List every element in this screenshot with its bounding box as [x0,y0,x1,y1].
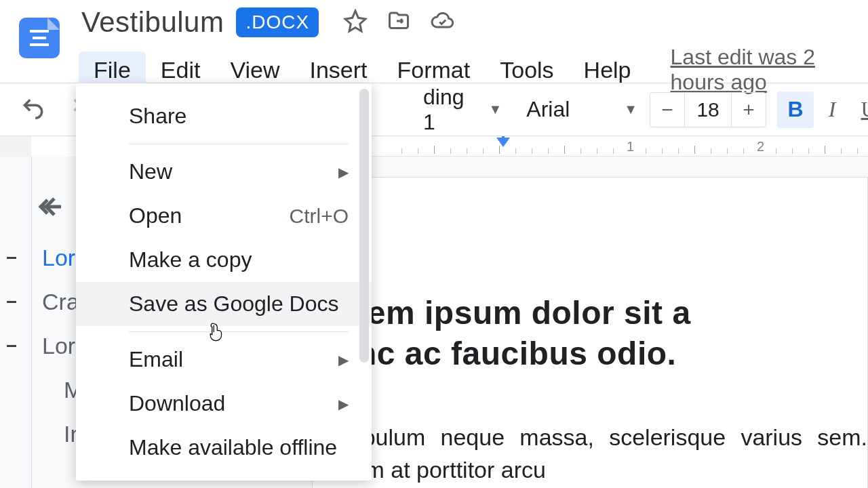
menu-item-label: Email [129,347,183,372]
mouse-cursor-icon [208,322,225,345]
move-icon[interactable] [387,9,411,36]
outline-item[interactable]: Lor [20,245,83,271]
submenu-arrow-icon: ▶ [338,396,349,412]
menu-available-offline[interactable]: Make available offline [76,426,372,470]
document-title[interactable]: Vestibulum [81,6,224,39]
outline-item[interactable]: Lor [20,333,83,359]
menu-item-label: Share [129,104,186,129]
outline-item-label: Lor [42,245,75,270]
underline-button[interactable]: U [850,92,868,128]
menu-item-label: Make a copy [129,247,252,272]
menu-new[interactable]: New ▶ [76,150,372,194]
chevron-down-icon: ▼ [489,102,502,117]
cloud-saved-icon[interactable] [430,9,454,36]
font-size-decrease[interactable]: − [650,98,684,121]
body-paragraph[interactable]: Vestibulum neque massa, scelerisque vari… [313,422,867,486]
dropdown-scrollbar[interactable] [359,89,369,363]
horizontal-ruler[interactable]: 1 2 [363,136,868,157]
paragraph-style-label: ding 1 [423,85,465,135]
ruler-number: 1 [627,139,634,155]
bold-button[interactable]: B [777,92,814,128]
menu-item-label: Open [129,203,182,228]
menu-share[interactable]: Share [76,94,372,138]
indent-marker-icon[interactable] [496,138,510,147]
submenu-arrow-icon: ▶ [338,164,349,180]
document-page[interactable]: Lorem ipsum dolor sit aNunc ac faucibus … [312,177,868,488]
font-size-value[interactable]: 18 [684,93,732,127]
heading-1[interactable]: Lorem ipsum dolor sit aNunc ac faucibus … [313,293,867,374]
outline-item-label: Lor [42,333,75,359]
menu-make-copy[interactable]: Make a copy [76,238,372,282]
menu-item-label: Download [129,391,225,416]
menu-item-label: New [129,159,172,184]
font-select[interactable]: Arial ▼ [526,97,637,122]
menu-open[interactable]: Open Ctrl+O [76,194,372,238]
font-size-increase[interactable]: + [732,98,766,121]
submenu-arrow-icon: ▶ [338,352,349,368]
docs-logo-icon[interactable] [19,18,60,58]
outline-subitem[interactable]: In [20,421,83,447]
star-icon[interactable] [343,9,368,36]
menu-download[interactable]: Download ▶ [76,382,372,426]
outline-subitem[interactable]: M [20,377,83,403]
menu-save-as-google-docs[interactable]: Save as Google Docs [76,282,372,326]
menu-item-label: Make available offline [129,435,337,460]
chevron-down-icon: ▼ [624,102,637,117]
file-menu-dropdown: Share New ▶ Open Ctrl+O Make a copy Save… [76,83,372,481]
docx-badge: .DOCX [236,7,319,37]
outline-item[interactable]: Cra [20,289,83,315]
menu-shortcut: Ctrl+O [289,205,349,228]
font-label: Arial [526,97,570,122]
menu-item-label: Save as Google Docs [129,291,339,317]
italic-button[interactable]: I [814,92,850,128]
ruler-number: 2 [757,139,764,155]
outline-item-label: Cra [42,289,79,314]
undo-button[interactable] [20,96,46,124]
paragraph-style-select[interactable]: ding 1 ▼ [423,85,502,135]
app-header: Vestibulum .DOCX File Edit View Insert F… [0,0,868,83]
outline-close-button[interactable] [34,190,66,226]
font-size-stepper: − 18 + [650,92,766,127]
